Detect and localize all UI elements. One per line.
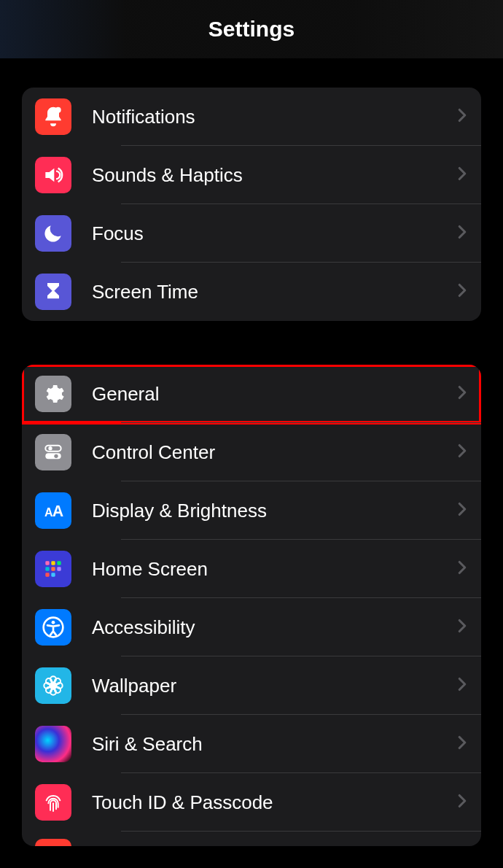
svg-point-2 <box>48 446 52 450</box>
row-general[interactable]: General <box>22 365 481 423</box>
flower-icon <box>35 667 71 704</box>
svg-rect-10 <box>45 567 49 570</box>
homescreen-icon <box>35 551 71 587</box>
row-label: General <box>92 383 456 406</box>
gear-icon <box>35 376 71 412</box>
row-touchid-passcode[interactable]: Touch ID & Passcode <box>22 773 481 832</box>
svg-point-26 <box>44 735 62 753</box>
svg-rect-13 <box>45 573 49 576</box>
svg-rect-1 <box>45 446 61 452</box>
svg-point-4 <box>54 454 58 458</box>
row-accessibility[interactable]: Accessibility <box>22 598 481 656</box>
row-focus[interactable]: Focus <box>22 204 481 263</box>
row-partial-next[interactable] <box>22 832 481 846</box>
row-label: Screen Time <box>92 281 456 303</box>
speaker-icon <box>35 157 71 193</box>
chevron-right-icon <box>456 443 468 461</box>
sos-icon <box>35 839 71 846</box>
row-label: Sounds & Haptics <box>92 164 456 187</box>
chevron-right-icon <box>456 560 468 578</box>
header: Settings <box>0 0 503 58</box>
row-label: Home Screen <box>92 558 456 581</box>
svg-point-0 <box>55 107 61 113</box>
settings-content: Notifications Sounds & Haptics Focus <box>0 58 503 846</box>
chevron-right-icon <box>456 502 468 519</box>
svg-rect-14 <box>51 573 55 576</box>
row-sounds-haptics[interactable]: Sounds & Haptics <box>22 146 481 204</box>
row-label: Touch ID & Passcode <box>92 791 456 814</box>
chevron-right-icon <box>456 283 468 301</box>
row-wallpaper[interactable]: Wallpaper <box>22 656 481 715</box>
svg-rect-8 <box>51 561 55 565</box>
row-label: Notifications <box>92 106 456 128</box>
siri-icon <box>35 726 71 762</box>
group-notifications: Notifications Sounds & Haptics Focus <box>22 88 481 321</box>
chevron-right-icon <box>456 619 468 636</box>
chevron-right-icon <box>456 225 468 242</box>
row-label: Wallpaper <box>92 675 456 697</box>
svg-text:A: A <box>52 503 63 520</box>
chevron-right-icon <box>456 735 468 753</box>
row-notifications[interactable]: Notifications <box>22 88 481 146</box>
hourglass-icon <box>35 274 71 310</box>
chevron-right-icon <box>456 166 468 184</box>
group-general: General Control Center AA Display & Brig… <box>22 365 481 846</box>
row-label: Focus <box>92 222 456 245</box>
row-label: Control Center <box>92 441 456 464</box>
svg-rect-12 <box>57 567 61 570</box>
row-control-center[interactable]: Control Center <box>22 423 481 481</box>
chevron-right-icon <box>456 385 468 403</box>
row-label: Display & Brightness <box>92 500 456 522</box>
moon-icon <box>35 215 71 252</box>
textsize-icon: AA <box>35 492 71 529</box>
row-label: Siri & Search <box>92 733 456 756</box>
fingerprint-icon <box>35 784 71 821</box>
row-siri-search[interactable]: Siri & Search <box>22 715 481 773</box>
page-title: Settings <box>208 17 295 42</box>
chevron-right-icon <box>456 794 468 811</box>
chevron-right-icon <box>456 108 468 125</box>
chevron-right-icon <box>456 677 468 694</box>
svg-point-17 <box>51 683 56 689</box>
svg-rect-9 <box>57 561 61 565</box>
svg-rect-11 <box>51 567 55 570</box>
row-home-screen[interactable]: Home Screen <box>22 540 481 598</box>
toggles-icon <box>35 434 71 470</box>
bell-icon <box>35 98 71 135</box>
row-screen-time[interactable]: Screen Time <box>22 263 481 321</box>
svg-rect-7 <box>45 561 49 565</box>
row-display-brightness[interactable]: AA Display & Brightness <box>22 481 481 540</box>
svg-rect-3 <box>45 453 61 459</box>
svg-point-16 <box>52 621 55 624</box>
accessibility-icon <box>35 609 71 646</box>
row-label: Accessibility <box>92 616 456 639</box>
